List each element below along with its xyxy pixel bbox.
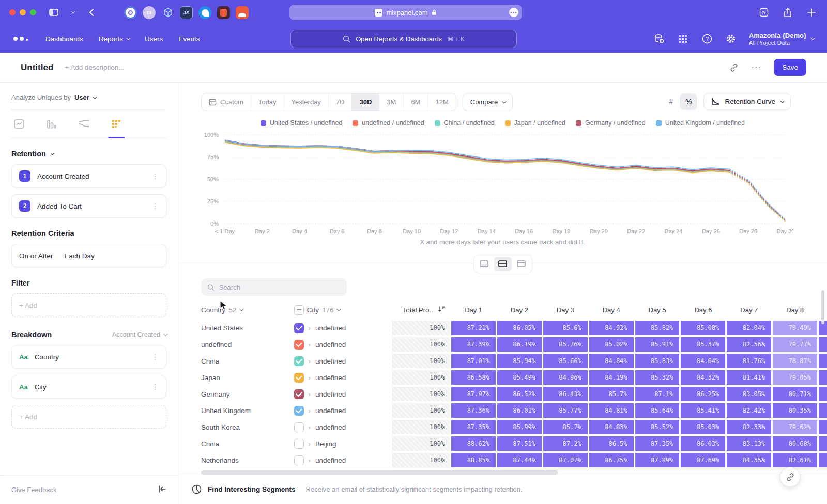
day-column-header-3[interactable]: Day 3 <box>543 306 588 314</box>
collapse-sidebar-icon[interactable] <box>158 485 166 494</box>
extension-m-icon[interactable]: m <box>143 6 156 19</box>
series-checkbox[interactable] <box>294 340 304 350</box>
kebab-menu-icon[interactable]: ⋮ <box>151 383 159 391</box>
zoom-window-button[interactable] <box>30 9 36 15</box>
series-checkbox[interactable] <box>294 406 304 416</box>
global-search-button[interactable]: Open Reports & Dashboards ⌘ + K <box>290 30 517 48</box>
date-range-today[interactable]: Today <box>251 93 284 111</box>
date-range-custom[interactable]: Custom <box>202 93 251 111</box>
day-column-header-2[interactable]: Day 2 <box>497 306 542 314</box>
share-icon[interactable] <box>782 6 794 19</box>
add-description-button[interactable]: + Add description... <box>65 64 124 71</box>
horizontal-scrollbar[interactable] <box>201 470 558 475</box>
breakdown-card[interactable]: AaCity⋮ <box>11 375 166 399</box>
expand-chevron-icon[interactable]: › <box>309 357 311 365</box>
data-management-icon[interactable] <box>654 33 665 44</box>
criteria-condition-dropdown[interactable]: On or After <box>19 252 53 260</box>
date-range-7d[interactable]: 7D <box>329 93 353 111</box>
day-column-header-5[interactable]: Day 5 <box>635 306 680 314</box>
series-checkbox[interactable] <box>294 389 304 399</box>
segments-title[interactable]: Find Interesting Segments <box>208 485 296 493</box>
add-filter-button[interactable]: + Add <box>11 293 166 317</box>
series-checkbox[interactable] <box>294 356 304 366</box>
kebab-menu-icon[interactable]: ⋮ <box>151 202 159 210</box>
series-checkbox[interactable] <box>294 373 304 383</box>
extension-cloud-icon[interactable] <box>236 6 249 19</box>
legend-item[interactable]: United States / undefined <box>261 119 342 127</box>
kebab-menu-icon[interactable]: ⋮ <box>151 353 159 361</box>
country-column-header[interactable]: Country52 <box>201 306 294 314</box>
event-card[interactable]: 1Account Created⋮ <box>11 164 166 188</box>
kebab-menu-icon[interactable]: ⋮ <box>151 172 159 180</box>
address-more-button[interactable]: ••• <box>509 8 518 17</box>
compare-dropdown[interactable]: Compare <box>463 93 513 111</box>
report-title[interactable]: Untitled <box>21 62 53 73</box>
day-column-header-6[interactable]: Day 6 <box>681 306 725 314</box>
series-checkbox[interactable] <box>294 455 304 465</box>
nav-item-users[interactable]: Users <box>145 35 163 43</box>
expand-chevron-icon[interactable]: › <box>309 324 311 332</box>
date-range-30d[interactable]: 30D <box>352 93 379 111</box>
nav-item-reports[interactable]: Reports <box>99 35 129 43</box>
back-icon[interactable] <box>85 6 97 19</box>
layout-table-only-button[interactable] <box>513 257 530 271</box>
mixpanel-logo[interactable] <box>13 37 28 41</box>
day-column-header-1[interactable]: Day 1 <box>451 306 496 314</box>
tab-overview-chevron-icon[interactable] <box>66 6 79 19</box>
tab-insights[interactable] <box>13 118 25 132</box>
layout-chart-only-button[interactable] <box>476 257 493 271</box>
nav-item-dashboards[interactable]: Dashboards <box>45 35 83 43</box>
retention-section-header[interactable]: Retention <box>11 150 166 158</box>
series-checkbox[interactable] <box>294 323 304 333</box>
legend-item[interactable]: undefined / undefined <box>353 119 424 127</box>
add-breakdown-button[interactable]: + Add <box>11 405 166 429</box>
tab-retention[interactable] <box>111 118 122 132</box>
unit-percent-button[interactable]: % <box>680 93 697 110</box>
legend-item[interactable]: Germany / undefined <box>576 119 646 127</box>
series-checkbox[interactable] <box>294 439 304 449</box>
extension-cube-icon[interactable] <box>161 6 174 19</box>
total-column-header[interactable]: Total Pro... <box>392 306 450 314</box>
close-window-button[interactable] <box>9 9 16 15</box>
layout-split-button[interactable] <box>494 257 512 271</box>
give-feedback-link[interactable]: Give Feedback <box>11 486 56 494</box>
city-column-header[interactable]: City176 <box>294 305 392 315</box>
new-tab-icon[interactable] <box>805 6 818 19</box>
day-column-header-7[interactable]: Day 7 <box>727 306 771 314</box>
day-column-header-4[interactable]: Day 4 <box>589 306 634 314</box>
day-column-header-8[interactable]: Day 8 <box>773 306 817 314</box>
analyze-entity-dropdown[interactable]: User <box>74 93 96 101</box>
breakdown-card[interactable]: AaCountry⋮ <box>11 345 166 369</box>
project-switcher[interactable]: Amazonia {Demo} All Project Data <box>749 32 814 46</box>
address-bar[interactable]: mixpanel.com ••• <box>289 5 522 20</box>
date-range-3m[interactable]: 3M <box>379 93 404 111</box>
event-card[interactable]: 2Added To Cart⋮ <box>11 194 166 218</box>
search-input[interactable] <box>219 284 341 291</box>
series-checkbox[interactable] <box>294 422 304 432</box>
extension-target-icon[interactable] <box>124 6 137 19</box>
notion-extension-icon[interactable]: N <box>758 6 770 19</box>
share-link-floating-button[interactable] <box>780 467 800 487</box>
settings-gear-icon[interactable] <box>725 33 737 44</box>
date-range-yesterday[interactable]: Yesterday <box>284 93 329 111</box>
legend-item[interactable]: United Kingdom / undefined <box>656 119 745 127</box>
more-options-button[interactable]: ··· <box>751 62 761 73</box>
save-button[interactable]: Save <box>774 59 806 76</box>
expand-chevron-icon[interactable]: › <box>309 440 311 448</box>
unit-count-button[interactable]: # <box>662 93 680 110</box>
legend-item[interactable]: Japan / undefined <box>505 119 565 127</box>
expand-chevron-icon[interactable]: › <box>309 407 311 415</box>
date-range-6m[interactable]: 6M <box>404 93 428 111</box>
criteria-frequency-dropdown[interactable]: Each Day <box>64 252 95 260</box>
expand-chevron-icon[interactable]: › <box>309 456 311 464</box>
expand-chevron-icon[interactable]: › <box>309 341 311 349</box>
extension-logseq-icon[interactable] <box>217 6 230 19</box>
help-icon[interactable]: ? <box>701 33 713 44</box>
date-range-12m[interactable]: 12M <box>428 93 455 111</box>
copy-link-icon[interactable] <box>729 63 739 72</box>
vertical-scrollbar[interactable] <box>821 290 824 324</box>
select-all-checkbox[interactable] <box>294 305 304 315</box>
minimize-window-button[interactable] <box>20 9 26 15</box>
apps-grid-icon[interactable] <box>678 33 689 44</box>
nav-item-events[interactable]: Events <box>178 35 200 43</box>
